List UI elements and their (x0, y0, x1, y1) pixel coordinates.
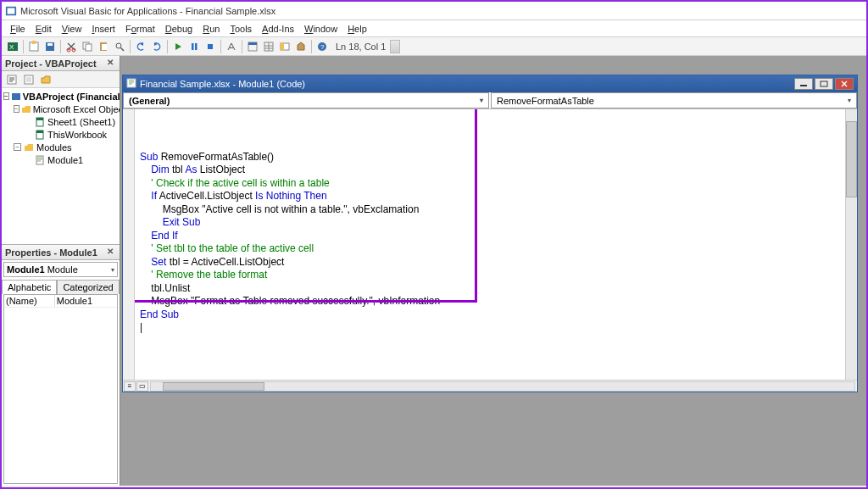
svg-rect-28 (26, 77, 31, 82)
menu-addins[interactable]: Add-Ins (257, 22, 299, 36)
svg-text:?: ? (320, 43, 325, 51)
find-button[interactable] (112, 39, 127, 54)
maximize-button[interactable] (815, 78, 833, 90)
svg-rect-11 (86, 44, 92, 51)
undo-button[interactable] (133, 39, 148, 54)
app-titlebar: Microsoft Visual Basic for Applications … (2, 2, 866, 20)
margin-indicator-bar[interactable] (123, 109, 135, 380)
insert-button[interactable] (26, 39, 42, 54)
mdi-client-area: Financial Sample.xlsx - Module1 (Code) (… (120, 56, 866, 486)
menu-window[interactable]: Window (299, 22, 342, 36)
menu-debug[interactable]: Debug (160, 22, 198, 36)
view-code-button[interactable] (4, 72, 19, 87)
object-browser-button[interactable] (277, 39, 292, 54)
vba-app-icon (5, 5, 17, 17)
tab-categorized[interactable]: Categorized (57, 280, 119, 294)
project-panel-close[interactable]: ✕ (104, 58, 116, 69)
design-mode-button[interactable] (224, 39, 239, 54)
property-value[interactable]: Module1 (55, 295, 117, 307)
tree-sheet1[interactable]: Sheet1 (Sheet1) (3, 115, 118, 128)
toggle-folders-button[interactable] (38, 72, 53, 87)
vertical-scrollbar[interactable] (845, 109, 857, 380)
menu-format[interactable]: Format (120, 22, 160, 36)
svg-text:X: X (9, 43, 14, 51)
property-row[interactable]: (Name) Module1 (4, 295, 117, 308)
toolbar-separator (130, 40, 131, 53)
menubar: File Edit View Insert Format Debug Run T… (2, 20, 866, 37)
toolbar-separator (167, 40, 168, 53)
toolbar-separator (60, 40, 61, 53)
code-window-titlebar[interactable]: Financial Sample.xlsx - Module1 (Code) (123, 75, 857, 92)
svg-rect-1 (8, 8, 15, 14)
svg-rect-16 (195, 43, 198, 50)
standard-toolbar: X ? Ln 18, Col 1 (2, 37, 866, 56)
menu-edit[interactable]: Edit (31, 22, 57, 36)
copy-button[interactable] (80, 39, 95, 54)
svg-rect-5 (32, 41, 36, 44)
menu-run[interactable]: Run (198, 22, 225, 36)
properties-panel-header: Properties - Module1 ✕ (2, 245, 120, 260)
tree-excel-objects[interactable]: −Microsoft Excel Objects (3, 103, 118, 115)
tree-module1[interactable]: Module1 (3, 153, 118, 166)
project-explorer-button[interactable] (245, 39, 260, 54)
code-window-title: Financial Sample.xlsx - Module1 (Code) (140, 79, 305, 89)
svg-rect-36 (800, 85, 807, 86)
tree-modules-folder[interactable]: −Modules (3, 141, 118, 153)
svg-rect-33 (36, 131, 43, 133)
tree-vbaproject[interactable]: −VBAProject (Financial Sample.xlsx) (3, 90, 118, 103)
horizontal-scrollbar[interactable] (150, 381, 855, 392)
procedure-combo[interactable]: RemoveFormatAsTable▾ (491, 92, 857, 108)
menu-insert[interactable]: Insert (86, 22, 120, 36)
properties-panel-close[interactable]: ✕ (104, 247, 116, 258)
view-excel-button[interactable]: X (5, 39, 20, 54)
properties-panel-title: Properties - Module1 (5, 247, 97, 258)
menu-tools[interactable]: Tools (225, 22, 257, 36)
full-module-view-button[interactable]: ▭ (136, 381, 148, 392)
app-title: Microsoft Visual Basic for Applications … (20, 6, 275, 16)
redo-button[interactable] (149, 39, 164, 54)
tree-thisworkbook[interactable]: ThisWorkbook (3, 128, 118, 141)
toolbar-separator (311, 40, 312, 53)
svg-rect-37 (821, 81, 827, 86)
cursor-position: Ln 18, Col 1 (336, 42, 386, 52)
svg-rect-7 (47, 43, 53, 46)
close-button[interactable] (835, 78, 854, 90)
cut-button[interactable] (64, 39, 79, 54)
menu-view[interactable]: View (57, 22, 87, 36)
properties-grid[interactable]: (Name) Module1 (3, 294, 118, 484)
project-panel-header: Project - VBAProject ✕ (2, 56, 120, 71)
svg-rect-29 (12, 93, 20, 100)
toolbar-grip (390, 40, 400, 53)
tab-alphabetic[interactable]: Alphabetic (2, 280, 57, 294)
toolbar-separator (242, 40, 242, 53)
object-combo[interactable]: (General)▾ (123, 92, 489, 108)
menu-help[interactable]: Help (342, 22, 372, 36)
toolbox-button[interactable] (293, 39, 309, 54)
svg-rect-13 (102, 44, 107, 50)
property-name: (Name) (4, 295, 55, 307)
save-button[interactable] (42, 39, 58, 54)
menu-file[interactable]: File (5, 22, 31, 36)
properties-tabs: Alphabetic Categorized (2, 279, 120, 294)
properties-window-button[interactable] (261, 39, 276, 54)
svg-rect-15 (192, 43, 194, 50)
help-button[interactable]: ? (314, 39, 330, 54)
project-panel-toolbar (2, 71, 120, 88)
view-object-button[interactable] (21, 72, 36, 87)
svg-rect-20 (248, 42, 257, 45)
code-editor[interactable]: Sub RemoveFormatAsTable() Dim tbl As Lis… (135, 109, 845, 380)
project-tree[interactable]: −VBAProject (Financial Sample.xlsx) −Mic… (2, 88, 120, 245)
reset-button[interactable] (203, 39, 218, 54)
properties-object-combo[interactable]: Module1 Module▾ (3, 262, 118, 277)
code-window: Financial Sample.xlsx - Module1 (Code) (… (122, 75, 858, 392)
break-button[interactable] (186, 39, 202, 54)
project-panel-title: Project - VBAProject (5, 58, 97, 69)
svg-rect-31 (36, 118, 43, 120)
paste-button[interactable] (96, 39, 111, 54)
module-icon (126, 78, 136, 90)
svg-point-14 (116, 43, 121, 48)
minimize-button[interactable] (794, 78, 813, 90)
run-button[interactable] (170, 39, 186, 54)
toolbar-separator (220, 40, 221, 53)
procedure-view-button[interactable]: ≡ (124, 381, 136, 392)
